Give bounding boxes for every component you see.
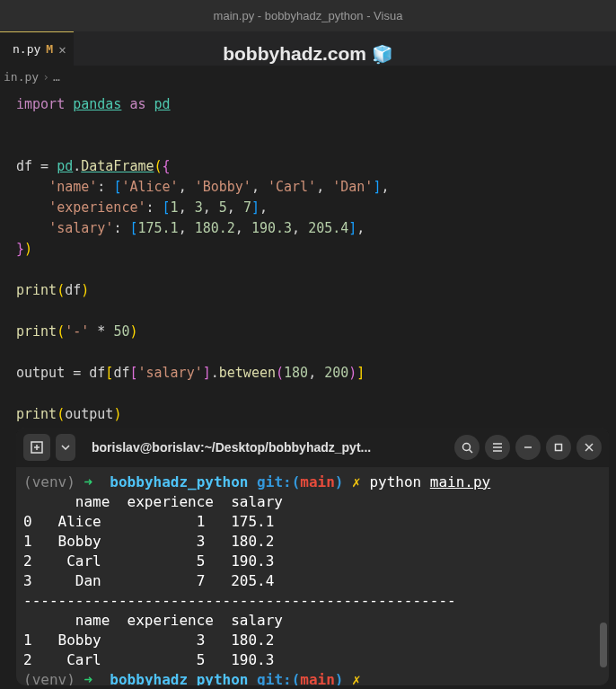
module-pandas: pandas [73,96,121,112]
tab-dropdown-button[interactable] [56,434,75,461]
hamburger-icon [492,442,503,453]
svg-rect-9 [556,445,562,451]
table-row: 2 Carl 5 190.3 [23,651,274,668]
minimize-icon [524,443,532,452]
tab-modified-indicator: M [46,42,53,56]
new-tab-button[interactable] [23,434,50,461]
obj-pd: pd [57,158,73,174]
svg-point-3 [462,443,470,450]
table-row: 0 Alice 1 175.1 [23,513,274,530]
editor-tab-main-py[interactable]: n.py M ✕ [0,31,74,66]
prompt-dirty: ✗ [352,473,361,490]
svg-line-4 [469,449,472,453]
fn-print: print [16,323,57,340]
close-icon [585,443,594,452]
terminal-title: borislav@borislav:~/Desktop/bobbyhadz_py… [81,440,449,455]
minimize-button[interactable] [515,435,541,460]
terminal-body[interactable]: (venv) ➜ bobbyhadz_python git:(main) ✗ p… [16,467,609,685]
table-row: 2 Carl 5 190.3 [23,552,274,570]
close-icon[interactable]: ✕ [58,42,66,57]
editor-tab-bar: n.py M ✕ [0,31,616,66]
table-row: 1 Bobby 3 180.2 [23,632,274,649]
breadcrumb-separator: › [42,70,49,84]
search-button[interactable] [454,435,480,460]
breadcrumb-file: in.py [4,70,39,84]
keyword-import: import [16,96,65,112]
prompt-branch: main [300,473,335,490]
code-editor[interactable]: import pandas as pd df = pd.DataFrame({ … [0,87,616,425]
window-title: main.py - bobbyhadz_python - Visua [214,9,403,22]
fn-between: between [219,365,276,381]
command-arg: main.py [430,473,490,490]
breadcrumb[interactable]: in.py › … [0,66,616,87]
chevron-down-icon [61,445,70,450]
fn-print: print [16,282,57,298]
var-df: df [16,158,32,174]
keyword-as: as [129,96,145,112]
prompt-git: git:( [257,473,300,490]
prompt-dir: bobbyhadz_python [110,473,248,490]
var-output: output [16,365,65,381]
separator-line: ----------------------------------------… [23,592,456,609]
breadcrumb-more: … [53,70,60,84]
maximize-button[interactable] [546,435,571,460]
tab-filename: n.py [13,42,40,56]
alias-pd: pd [154,96,171,112]
maximize-icon [554,443,563,452]
terminal-window: borislav@borislav:~/Desktop/bobbyhadz_py… [16,428,609,685]
search-icon [462,442,473,454]
table-row: 1 Bobby 3 180.2 [23,533,274,550]
prompt-arrow: ➜ [84,473,92,490]
scrollbar-thumb[interactable] [600,623,607,667]
close-button[interactable] [576,435,602,460]
new-tab-icon [31,441,43,454]
menu-button[interactable] [485,435,510,460]
venv-indicator: (venv) [23,473,75,490]
table-header: name experience salary [23,493,283,510]
window-titlebar: main.py - bobbyhadz_python - Visua [0,0,616,31]
command: python [369,473,421,490]
fn-dataframe: DataFrame [81,158,154,174]
table-header: name experience salary [23,612,283,629]
terminal-header: borislav@borislav:~/Desktop/bobbyhadz_py… [16,428,609,467]
terminal-scrollbar[interactable] [600,517,607,676]
table-row: 3 Dan 7 205.4 [23,572,274,589]
fn-print: print [16,406,57,422]
